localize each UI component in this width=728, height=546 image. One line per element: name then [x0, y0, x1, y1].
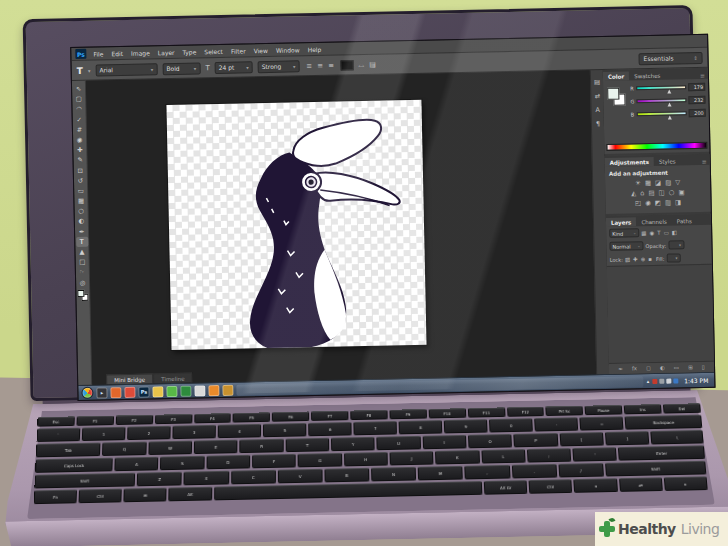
key[interactable]: F11: [467, 407, 505, 417]
exposure-adjustment-icon[interactable]: ▨: [665, 179, 671, 187]
filter-type-layers-icon[interactable]: T: [657, 229, 660, 235]
key[interactable]: U: [377, 436, 421, 450]
color-lookup-adjustment-icon[interactable]: ▣: [678, 188, 684, 196]
key[interactable]: 8: [399, 420, 443, 434]
document-canvas[interactable]: [166, 100, 426, 350]
key[interactable]: Pause: [585, 405, 623, 415]
key[interactable]: F12: [507, 407, 545, 417]
key[interactable]: ,: [465, 465, 510, 480]
foreground-color-well[interactable]: [607, 88, 619, 100]
key[interactable]: T: [285, 438, 329, 452]
channel-mixer-adjustment-icon[interactable]: ○: [669, 188, 675, 196]
blend-mode-select[interactable]: Normal ⌄: [609, 241, 643, 251]
tray-alert-icon[interactable]: [652, 378, 657, 383]
key[interactable]: Alt: [169, 487, 212, 502]
key[interactable]: ⊞: [124, 488, 167, 503]
key[interactable]: Tab: [36, 443, 101, 458]
black-white-adjustment-icon[interactable]: ▤: [648, 189, 654, 197]
taskbar-clock[interactable]: 1:43 PM: [681, 376, 711, 384]
key[interactable]: ;: [527, 448, 572, 462]
key[interactable]: J: [389, 451, 433, 465]
key[interactable]: 6: [308, 422, 351, 436]
levels-adjustment-icon[interactable]: ▦: [645, 179, 651, 187]
layer-filter-kind-select[interactable]: Kind ⌄: [609, 228, 639, 238]
key[interactable]: [: [559, 432, 604, 446]
vibrance-adjustment-icon[interactable]: ▽: [675, 178, 680, 186]
key[interactable]: A: [114, 457, 158, 471]
red-slider[interactable]: [636, 85, 686, 90]
marquee-tool-icon[interactable]: ▢: [73, 94, 85, 104]
key[interactable]: 1: [82, 427, 126, 441]
red-slider-thumb[interactable]: [667, 90, 671, 94]
menu-item[interactable]: Filter: [231, 47, 246, 54]
history-panel-icon[interactable]: ▤: [594, 78, 600, 86]
key[interactable]: G: [298, 453, 342, 467]
key[interactable]: Caps Lock: [35, 458, 113, 473]
taskbar-chrome-icon[interactable]: [124, 386, 135, 397]
lock-position-icon[interactable]: ✚: [633, 256, 638, 262]
menu-item[interactable]: Image: [131, 49, 150, 56]
character-panel-icon[interactable]: A: [595, 106, 600, 114]
key[interactable]: 0: [489, 418, 533, 432]
green-value-field[interactable]: 232: [688, 96, 705, 104]
workspace-switcher[interactable]: Essentials ⇕: [638, 51, 702, 64]
tray-action-center-icon[interactable]: [673, 378, 678, 383]
blur-tool-icon[interactable]: ○: [75, 206, 87, 216]
key[interactable]: /: [558, 463, 604, 478]
menu-item[interactable]: Help: [308, 45, 322, 52]
new-layer-icon[interactable]: ⊞: [688, 364, 693, 370]
key[interactable]: F5: [233, 412, 270, 422]
taskbar-media-player-icon[interactable]: ▸: [96, 387, 107, 398]
key[interactable]: Q: [102, 442, 146, 456]
key[interactable]: F1: [76, 416, 113, 426]
properties-panel-icon[interactable]: ⇄: [595, 92, 601, 100]
color-balance-adjustment-icon[interactable]: ⌂: [640, 189, 644, 197]
key[interactable]: Ctrl: [529, 479, 573, 494]
text-color-swatch[interactable]: [340, 60, 353, 70]
tray-volume-icon[interactable]: [666, 378, 671, 383]
lasso-tool-icon[interactable]: ◠: [73, 104, 85, 114]
key[interactable]: 9: [444, 419, 488, 433]
new-adjustment-layer-icon[interactable]: ◐: [660, 365, 665, 371]
anti-alias-select[interactable]: Strong ▾: [257, 60, 299, 73]
key[interactable]: Alt Gr: [484, 480, 528, 495]
key[interactable]: =: [580, 416, 624, 430]
filter-pixel-layers-icon[interactable]: ▦: [641, 230, 646, 236]
curves-adjustment-icon[interactable]: ◪: [655, 179, 661, 187]
start-button[interactable]: [81, 387, 93, 399]
key[interactable]: -: [534, 417, 578, 431]
taskbar-app-orange-icon[interactable]: [208, 385, 219, 396]
gradient-map-adjustment-icon[interactable]: ▥: [665, 199, 671, 207]
key[interactable]: O: [468, 434, 512, 448]
taskbar-app-gold-icon[interactable]: [222, 384, 233, 395]
key[interactable]: R: [240, 439, 284, 453]
eyedropper-tool-icon[interactable]: ◉: [74, 135, 86, 145]
toggle-panels-icon[interactable]: ▤: [369, 60, 376, 68]
tab-styles[interactable]: Styles: [654, 156, 681, 166]
key[interactable]: D: [206, 455, 250, 469]
layer-mask-icon[interactable]: ◻: [646, 365, 651, 371]
lock-all-icon[interactable]: ▪: [648, 255, 652, 261]
key[interactable]: N: [371, 467, 416, 482]
key[interactable]: Shift: [34, 473, 135, 489]
tray-network-icon[interactable]: [659, 378, 664, 383]
key[interactable]: F4: [194, 413, 231, 423]
key[interactable]: K: [435, 450, 479, 464]
dodge-tool-icon[interactable]: ◐: [75, 216, 87, 226]
key[interactable]: I: [422, 435, 466, 449]
type-tool-icon[interactable]: T: [76, 237, 88, 247]
hue-saturation-adjustment-icon[interactable]: ◭: [631, 189, 636, 197]
menu-item[interactable]: Layer: [158, 48, 175, 55]
panel-menu-icon[interactable]: ≡: [702, 158, 710, 165]
taskbar-folder-icon[interactable]: [152, 386, 163, 397]
key[interactable]: ◂: [574, 478, 618, 493]
key[interactable]: Ctrl: [79, 489, 122, 504]
paragraph-panel-icon[interactable]: ¶: [596, 120, 600, 128]
key[interactable]: Esc: [37, 416, 75, 426]
filter-adjustment-layers-icon[interactable]: ◉: [649, 229, 654, 235]
pen-tool-icon[interactable]: ✒: [75, 226, 87, 236]
key[interactable]: [214, 481, 483, 500]
menu-item[interactable]: Edit: [111, 49, 123, 56]
new-group-icon[interactable]: ▭: [674, 364, 679, 370]
tab-mini-bridge[interactable]: Mini Bridge: [106, 373, 153, 384]
